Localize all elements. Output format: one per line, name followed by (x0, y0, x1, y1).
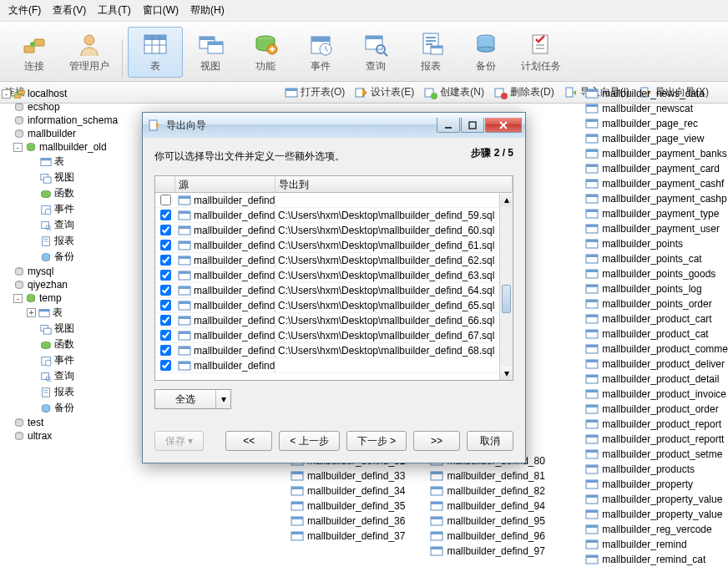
tree-subnode-node_backup[interactable]: 备份 (2, 249, 125, 265)
row-checkbox[interactable] (160, 195, 171, 205)
tree-node-mysql[interactable]: mysql (2, 265, 125, 278)
table-item[interactable]: mallbuilder_product_deliver (585, 357, 728, 371)
table-item[interactable]: mallbuilder_payment_type (585, 207, 728, 220)
table-item[interactable]: mallbuilder_product_cat (585, 327, 728, 341)
tree-subnode-node_func[interactable]: 函数 (2, 185, 125, 201)
select-all-dropdown[interactable]: 全选▾ (154, 389, 231, 409)
tree-subnode-node_table[interactable]: +表 (2, 305, 125, 321)
table-item[interactable]: mallbuilder_product_order (585, 402, 728, 416)
table-item[interactable]: mallbuilder_reg_vercode (585, 523, 728, 536)
table-item[interactable]: mallbuilder_product_reportt (585, 433, 728, 446)
grid-scrollbar[interactable]: ▴ ▾ (499, 193, 513, 380)
table-item[interactable]: mallbuilder_product_detail (585, 372, 728, 386)
minimize-button[interactable] (437, 118, 460, 133)
table-item[interactable]: mallbuilder_points (585, 237, 728, 251)
tool-function[interactable]: 功能 (238, 27, 293, 78)
table-item[interactable]: mallbuilder_newscat (585, 102, 728, 115)
tree-subnode-node_report[interactable]: 报表 (2, 233, 125, 249)
grid-row[interactable]: mallbuilder_defind_6C:\Users\hxm\Desktop… (155, 328, 513, 343)
row-checkbox[interactable] (160, 345, 171, 356)
row-checkbox[interactable] (160, 225, 171, 235)
last-button[interactable]: >> (413, 431, 460, 451)
table-item[interactable]: mallbuilder_defind_36 (291, 514, 405, 528)
menu-view[interactable]: 查看(V) (48, 2, 91, 19)
table-item[interactable]: mallbuilder_property_value (585, 493, 728, 506)
column-source[interactable]: 源 (175, 176, 276, 192)
row-checkbox[interactable] (160, 285, 171, 296)
grid-row[interactable]: mallbuilder_defind_6C:\Users\hxm\Desktop… (155, 283, 513, 298)
tree-subnode-node_table[interactable]: 表 (2, 154, 125, 170)
grid-row[interactable]: mallbuilder_defind_6C:\Users\hxm\Desktop… (155, 253, 513, 268)
tree-node-ecshop[interactable]: ecshop (2, 100, 125, 114)
table-item[interactable]: mallbuilder_defind_35 (291, 499, 405, 513)
tree-node-localhost[interactable]: -localhost (2, 87, 125, 100)
column-dest[interactable]: 导出到 (276, 176, 513, 192)
row-checkbox[interactable] (160, 360, 171, 371)
table-item[interactable]: mallbuilder_payment_user (585, 222, 728, 235)
first-button[interactable]: << (225, 431, 272, 451)
tree-subnode-node_query[interactable]: 查询 (2, 368, 125, 384)
tool-schedule[interactable]: 计划任务 (513, 27, 569, 78)
table-item[interactable]: mallbuilder_defind_33 (291, 469, 405, 483)
tool-view[interactable]: 视图 (183, 27, 238, 78)
table-item[interactable]: mallbuilder_product_report (585, 418, 728, 431)
grid-row[interactable]: mallbuilder_defind_6C:\Users\hxm\Desktop… (155, 313, 513, 328)
table-item[interactable]: mallbuilder_defind_97 (430, 544, 544, 558)
grid-row[interactable]: mallbuilder_defind_6C:\Users\hxm\Desktop… (155, 343, 513, 358)
tool-report[interactable]: 报表 (403, 27, 458, 78)
table-item[interactable]: mallbuilder_defind_82 (430, 484, 544, 498)
table-item[interactable]: mallbuilder_points_cat (585, 252, 728, 266)
scroll-down-icon[interactable]: ▾ (500, 367, 513, 380)
grid-row[interactable]: mallbuilder_defind_6C:\Users\hxm\Desktop… (155, 238, 513, 253)
row-checkbox[interactable] (160, 255, 171, 266)
row-checkbox[interactable] (160, 240, 171, 251)
tree-subnode-node_query[interactable]: 查询 (2, 217, 125, 233)
tree-node-test[interactable]: test (2, 416, 125, 429)
table-item[interactable]: mallbuilder_products (585, 463, 728, 476)
table-item[interactable]: mallbuilder_payment_cashp (585, 192, 728, 205)
table-item[interactable]: mallbuilder_property (585, 478, 728, 491)
table-item[interactable]: mallbuilder_defind_81 (430, 469, 544, 483)
table-item[interactable]: mallbuilder_product_comme (585, 342, 728, 356)
menu-help[interactable]: 帮助(H) (185, 2, 230, 19)
tree-node-temp[interactable]: -temp (2, 291, 125, 305)
tree-node-mallbuilder[interactable]: mallbuilder (2, 127, 125, 140)
table-item[interactable]: mallbuilder_product_setme (585, 448, 728, 461)
table-item[interactable]: mallbuilder_points_order (585, 297, 728, 311)
row-checkbox[interactable] (160, 270, 171, 281)
tree-subnode-node_event[interactable]: 事件 (2, 352, 125, 368)
table-item[interactable]: mallbuilder_property_value (585, 508, 728, 521)
tool-table[interactable]: 表 (128, 27, 183, 78)
tool-event[interactable]: 事件 (293, 27, 348, 78)
menu-file[interactable]: 文件(F) (3, 2, 46, 19)
save-button[interactable]: 保存 ▾ (154, 431, 204, 451)
tool-backup[interactable]: 备份 (458, 27, 513, 78)
table-item[interactable]: mallbuilder_defind_34 (291, 484, 405, 498)
table-item[interactable]: mallbuilder_payment_card (585, 162, 728, 175)
table-item[interactable]: mallbuilder_points_log (585, 282, 728, 296)
table-item[interactable]: mallbuilder_payment_banks (585, 147, 728, 160)
grid-row[interactable]: mallbuilder_defind_6C:\Users\hxm\Desktop… (155, 298, 513, 313)
next-button[interactable]: 下一步 > (346, 431, 407, 451)
dialog-titlebar[interactable]: 导出向导 (143, 113, 525, 138)
tree-subnode-node_func[interactable]: 函数 (2, 337, 125, 352)
tree-subnode-node_event[interactable]: 事件 (2, 201, 125, 217)
grid-row[interactable]: mallbuilder_defind_6 (155, 358, 513, 373)
table-item[interactable]: mallbuilder_defind_37 (291, 529, 405, 543)
connection-tree[interactable]: -localhost ecshop information_schema mal… (0, 84, 127, 577)
scroll-up-icon[interactable]: ▴ (500, 193, 513, 206)
tree-node-mallbuilder-old[interactable]: -mallbuilder_old (2, 140, 125, 154)
table-item[interactable]: mallbuilder_remind_cat (585, 553, 728, 566)
tree-subnode-node_view[interactable]: 视图 (2, 321, 125, 337)
tree-node-ultrax[interactable]: ultrax (2, 429, 125, 443)
table-item[interactable]: mallbuilder_payment_cashf (585, 177, 728, 190)
table-item[interactable]: mallbuilder_defind_95 (430, 514, 544, 528)
close-button[interactable] (485, 118, 522, 133)
table-item[interactable]: mallbuilder_page_view (585, 132, 728, 145)
row-checkbox[interactable] (160, 300, 171, 311)
grid-row[interactable]: mallbuilder_defind_5 (155, 193, 513, 208)
menu-window[interactable]: 窗口(W) (138, 2, 184, 19)
grid-row[interactable]: mallbuilder_defind_6C:\Users\hxm\Desktop… (155, 223, 513, 238)
table-item[interactable]: mallbuilder_remind (585, 538, 728, 551)
tree-subnode-node_view[interactable]: 视图 (2, 170, 125, 185)
